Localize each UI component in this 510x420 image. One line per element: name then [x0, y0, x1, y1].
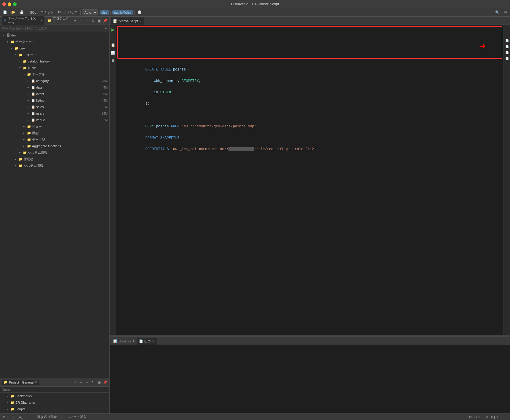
tree-arrow[interactable]	[9, 46, 14, 50]
nav-add-btn[interactable]: +	[73, 18, 78, 23]
tree-item[interactable]: 📁データ型	[0, 136, 109, 143]
side-doc-btn4[interactable]: 📄	[504, 56, 510, 61]
tree-arrow[interactable]	[22, 144, 26, 148]
tree-item[interactable]: 📁機能	[0, 130, 109, 136]
toolbar-save-btn[interactable]: 💾	[18, 9, 25, 16]
tree-item[interactable]: 📁dev	[0, 45, 109, 52]
code-editor[interactable]: ➜ CREATE TABLE points ( wkb_geometry GEO…	[116, 25, 503, 335]
tree-item[interactable]: 📁データベース	[0, 39, 109, 45]
tree-item[interactable]: 📁ビュー	[0, 123, 109, 130]
tab-statistics[interactable]: 📊 Statistics 1	[111, 338, 137, 345]
project-fwd-btn[interactable]: →	[84, 380, 90, 385]
tree-item[interactable]: 📋listing44M	[0, 97, 109, 104]
tab-db-navigator[interactable]: 🗄 データベースナビゲータ ✕	[2, 16, 44, 26]
tree-item[interactable]: 📁catalog_history	[0, 58, 109, 65]
toolbar-circle-btn[interactable]: ⚪	[136, 9, 143, 16]
tree-arrow[interactable]	[26, 111, 30, 116]
tree-item[interactable]: 📋date44M	[0, 84, 109, 91]
tree-arrow[interactable]	[14, 157, 18, 161]
run-script-btn[interactable]: …	[110, 34, 116, 41]
toolbar-rollback-btn[interactable]: ロールバック	[56, 9, 79, 16]
tree-item[interactable]: 🗄dev	[0, 32, 109, 39]
tab-output[interactable]: 📄 出力 ✕	[137, 338, 157, 345]
tree-arrow[interactable]	[26, 105, 30, 109]
auto-dropdown[interactable]: Auto	[82, 9, 97, 15]
nav-back-btn[interactable]: ←	[79, 18, 84, 23]
project-tree-arrow[interactable]	[5, 400, 9, 405]
tree-item[interactable]: 📁システム情報	[0, 149, 109, 156]
tree-item[interactable]: 📁テーブル	[0, 71, 109, 78]
side-minus-btn[interactable]: –	[504, 32, 510, 37]
tree-search-input[interactable]	[2, 27, 103, 30]
tab-project[interactable]: 📁 プロジェクト	[46, 16, 71, 26]
tree-item[interactable]: 📁public	[0, 65, 109, 71]
tree-item[interactable]: 📋event36M	[0, 91, 109, 97]
tree-arrow[interactable]	[22, 72, 26, 76]
tree-arrow[interactable]	[26, 92, 30, 96]
tree-arrow[interactable]	[14, 53, 18, 57]
output-tab-close[interactable]: ✕	[152, 340, 154, 343]
tree-arrow[interactable]	[22, 131, 26, 135]
tree-arrow[interactable]	[26, 79, 30, 83]
tree-arrow[interactable]	[18, 59, 22, 63]
tree-arrow[interactable]	[26, 118, 30, 122]
tree-arrow[interactable]	[1, 33, 5, 37]
nav-collapse-btn[interactable]: ▣	[96, 18, 102, 23]
project-tree-item[interactable]: 📁Scripts	[0, 406, 109, 412]
tree-item[interactable]: 📋venue32M	[0, 117, 109, 123]
tree-scroll[interactable]: 🗄dev📁データベース📁dev📁スキーマ📁catalog_history📁pub…	[0, 32, 109, 378]
explain-btn[interactable]: 📋	[110, 42, 116, 48]
toolbar-sql-btn[interactable]: SQL	[28, 9, 38, 16]
project-close-btn[interactable]: ✕	[35, 381, 37, 384]
toolbar-open-btn[interactable]: 📂	[9, 9, 17, 16]
tree-arrow[interactable]	[5, 40, 9, 44]
side-add-btn[interactable]: +	[504, 26, 510, 31]
tree-arrow[interactable]	[22, 137, 26, 142]
run-btn[interactable]: ▶	[110, 26, 116, 33]
close-button[interactable]	[2, 2, 6, 6]
project-back-btn[interactable]: ←	[79, 380, 84, 385]
side-doc-btn3[interactable]: 📄	[504, 50, 510, 55]
tree-item[interactable]: 📋category28M	[0, 78, 109, 84]
tree-item[interactable]: 📋sales52M	[0, 104, 109, 110]
project-pin-btn[interactable]: 📌	[102, 380, 108, 385]
nav-fwd-btn[interactable]: →	[84, 18, 90, 23]
schema-badge[interactable]: public@dev	[112, 10, 133, 15]
status-menu-btn[interactable]: ⋮	[502, 414, 508, 420]
analyze-btn[interactable]: 📊	[110, 49, 116, 56]
tree-item[interactable]: 📋users84M	[0, 110, 109, 117]
tree-arrow[interactable]	[22, 124, 26, 129]
tree-arrow[interactable]	[18, 66, 22, 70]
tree-item[interactable]: 📁Aggregate functions	[0, 143, 109, 149]
filter-icon[interactable]: ▼	[104, 27, 108, 30]
window-controls[interactable]	[2, 2, 17, 6]
project-tree-item[interactable]: 📁ER Diagrams	[0, 399, 109, 406]
nav-sync-btn[interactable]: ↻	[90, 18, 96, 23]
stop-btn[interactable]: ⏹	[110, 57, 116, 64]
project-tree-arrow[interactable]	[5, 394, 9, 398]
toolbar-settings-btn[interactable]: ⚙	[502, 9, 509, 16]
minimize-button[interactable]	[8, 2, 11, 6]
maximize-button[interactable]	[13, 2, 17, 6]
toolbar-commit-btn[interactable]: コミット	[39, 9, 55, 16]
script-tab-dev[interactable]: 📝 *<dev> Script ✕	[111, 17, 144, 25]
db-nav-close[interactable]: ✕	[40, 19, 43, 22]
connection-badge[interactable]: dev	[100, 10, 109, 15]
toolbar-search-btn[interactable]: 🔍	[493, 9, 501, 16]
tree-arrow[interactable]	[14, 163, 18, 168]
tree-arrow[interactable]	[26, 98, 30, 102]
side-doc-btn2[interactable]: 📄	[504, 44, 510, 49]
tree-arrow[interactable]	[18, 150, 22, 155]
side-doc-btn1[interactable]: 📄	[504, 38, 510, 43]
tab-project-general[interactable]: 📁 Project - General ✕	[2, 380, 39, 385]
script-tab-close[interactable]: ✕	[139, 20, 142, 23]
project-collapse-btn[interactable]: ▣	[96, 380, 102, 385]
tree-arrow[interactable]	[26, 85, 30, 89]
tree-item[interactable]: 📁システム情報	[0, 162, 109, 169]
toolbar-new-btn[interactable]: 📄	[1, 9, 9, 16]
project-add-btn[interactable]: +	[73, 380, 78, 385]
tree-item[interactable]: 📁管理者	[0, 156, 109, 162]
tree-item[interactable]: 📁スキーマ	[0, 52, 109, 58]
project-tree-item[interactable]: 📁Bookmarks	[0, 393, 109, 399]
project-tree-arrow[interactable]	[5, 407, 9, 411]
